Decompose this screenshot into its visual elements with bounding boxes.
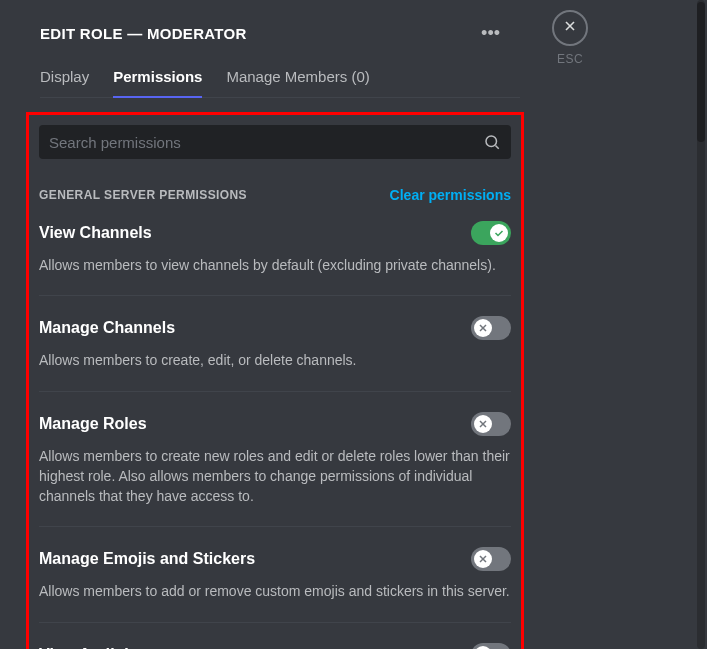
svg-line-1 [495,145,498,148]
section-title: GENERAL SERVER PERMISSIONS [39,188,247,202]
permission-description: Allows members to view channels by defau… [39,255,511,275]
tab-manage-members[interactable]: Manage Members (0) [226,68,369,97]
close-icon [474,415,492,433]
search-wrapper [39,125,511,159]
permission-title: Manage Channels [39,319,175,337]
tab-bar: Display Permissions Manage Members (0) [40,68,520,98]
permission-description: Allows members to create new roles and e… [39,446,511,507]
permission-title: Manage Emojis and Stickers [39,550,255,568]
permission-row: View Audit Log [39,643,511,649]
tab-permissions[interactable]: Permissions [113,68,202,97]
permission-description: Allows members to create, edit, or delet… [39,350,511,370]
scrollbar-thumb[interactable] [697,2,705,142]
more-horizontal-icon: ••• [481,23,500,43]
search-icon [483,133,501,151]
permission-toggle[interactable] [471,412,511,436]
permission-row: Manage Emojis and Stickers Allows member… [39,547,511,622]
permission-row: View Channels Allows members to view cha… [39,221,511,296]
close-button[interactable] [552,10,588,46]
close-icon [474,550,492,568]
tab-display[interactable]: Display [40,68,89,97]
permission-row: Manage Roles Allows members to create ne… [39,412,511,528]
close-icon [562,18,578,38]
clear-permissions-link[interactable]: Clear permissions [390,187,511,203]
close-icon [474,319,492,337]
page-title: EDIT ROLE — MODERATOR [40,25,247,42]
search-input[interactable] [49,134,483,151]
permission-toggle[interactable] [471,643,511,649]
more-options-button[interactable]: ••• [473,20,508,46]
permission-toggle[interactable] [471,221,511,245]
permission-title: Manage Roles [39,415,147,433]
permission-row: Manage Channels Allows members to create… [39,316,511,391]
esc-label: ESC [557,52,583,66]
svg-point-0 [486,136,497,147]
permission-description: Allows members to add or remove custom e… [39,581,511,601]
permission-toggle[interactable] [471,547,511,571]
permissions-panel: GENERAL SERVER PERMISSIONS Clear permiss… [26,112,524,649]
check-icon [490,224,508,242]
permission-toggle[interactable] [471,316,511,340]
permission-title: View Channels [39,224,152,242]
